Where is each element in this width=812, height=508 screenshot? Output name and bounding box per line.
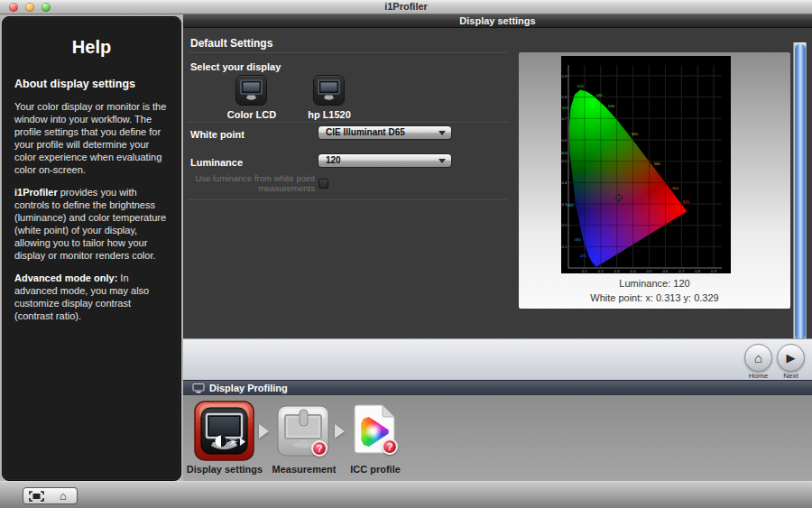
help-paragraph: i1Profiler provides you with controls to… <box>14 186 169 262</box>
display-option-label: Color LCD <box>218 109 285 120</box>
svg-text:490: 490 <box>567 203 575 208</box>
svg-text:520: 520 <box>577 84 585 88</box>
svg-text:480: 480 <box>575 237 582 242</box>
monitor-icon <box>192 383 205 393</box>
help-heading: About display settings <box>14 78 169 90</box>
chart-luminance-readout: Luminance: 120 <box>519 278 790 289</box>
next-button-label: Next <box>776 372 806 380</box>
question-badge: ? <box>382 439 398 455</box>
svg-text:600: 600 <box>672 186 679 190</box>
svg-text:540: 540 <box>608 104 615 108</box>
close-button[interactable] <box>9 3 18 12</box>
svg-text:0.4: 0.4 <box>631 269 637 273</box>
luminance-value: 120 <box>326 155 341 165</box>
next-button[interactable]: ▶ <box>777 344 805 372</box>
workflow-strip: ✳ Display settings ? Measurement <box>183 395 812 481</box>
home-button[interactable]: ⌂ <box>744 344 772 372</box>
home-icon: ⌂ <box>50 488 77 503</box>
step-label-display-settings: Display settings <box>186 464 263 475</box>
app-window: i1Profiler Help About display settings Y… <box>0 0 812 508</box>
window-title: i1Profiler <box>0 0 812 14</box>
window-bottom-bar: ⌂ <box>0 481 812 508</box>
divider <box>189 122 507 124</box>
step-icc-profile[interactable]: ? <box>351 402 400 456</box>
settings-content: Default Settings Select your display Col… <box>183 28 812 338</box>
svg-text:500: 500 <box>561 151 568 155</box>
white-point-dropdown[interactable]: CIE Illuminant D65 <box>318 125 452 140</box>
step-measurement[interactable]: ? <box>277 405 329 460</box>
use-luminance-label: Use luminance from white point measureme… <box>190 173 315 193</box>
divider <box>189 52 507 54</box>
vertical-scrollbar[interactable]: ▲ ▼ <box>793 42 807 367</box>
monitor-icon <box>314 76 344 105</box>
svg-text:560: 560 <box>632 132 639 136</box>
svg-text:0.1: 0.1 <box>562 245 568 249</box>
svg-text:0.3: 0.3 <box>614 269 621 273</box>
display-settings-icon: ✳ <box>194 401 254 461</box>
home-button-label: Home <box>743 372 773 380</box>
navigation-bar: ⌂ Home ▶ Next <box>183 338 812 380</box>
cie-diagram-plot: 0.10.20.30.40.50.60.70.80.90.10.20.30.40… <box>561 56 731 273</box>
play-icon: ▶ <box>778 345 804 371</box>
svg-text:620: 620 <box>683 199 690 204</box>
svg-text:0.1: 0.1 <box>582 269 588 273</box>
svg-text:0.4: 0.4 <box>562 180 568 185</box>
help-panel: Help About display settings Your color d… <box>2 16 181 481</box>
svg-text:0.6: 0.6 <box>562 138 568 143</box>
chevron-right-icon <box>259 424 269 439</box>
step-label-measurement: Measurement <box>272 464 337 475</box>
fit-to-screen-button[interactable] <box>23 487 51 504</box>
display-option-label: hp L1520 <box>296 109 363 120</box>
luminance-dropdown[interactable]: 120 <box>318 153 452 168</box>
step-label-icc-profile: ICC profile <box>346 464 405 475</box>
svg-text:580: 580 <box>654 162 661 166</box>
white-point-label: White point <box>190 129 245 140</box>
svg-text:0.6: 0.6 <box>662 269 669 273</box>
chevron-down-icon <box>438 159 446 163</box>
display-option-color-lcd[interactable] <box>235 75 267 106</box>
svg-text:0.8: 0.8 <box>695 269 701 273</box>
zoom-button[interactable] <box>42 3 51 12</box>
chart-white-point-readout: White point: x: 0.313 y: 0.329 <box>519 292 790 303</box>
question-badge: ? <box>311 440 328 457</box>
window-titlebar: i1Profiler <box>0 0 812 14</box>
select-display-label: Select your display <box>190 61 281 72</box>
monitor-icon <box>236 76 266 105</box>
chromaticity-diagram: 0.10.20.30.40.50.60.70.80.90.10.20.30.40… <box>561 56 731 273</box>
help-title: Help <box>14 37 169 58</box>
step-display-settings[interactable]: ✳ <box>194 401 254 465</box>
home-icon: ⌂ <box>745 345 771 371</box>
svg-text:0.9: 0.9 <box>711 269 717 273</box>
chromaticity-panel: 0.10.20.30.40.50.60.70.80.90.10.20.30.40… <box>519 52 790 309</box>
svg-text:530: 530 <box>596 93 604 97</box>
svg-text:0.9: 0.9 <box>562 74 568 79</box>
section-title: Default Settings <box>190 37 272 50</box>
fit-screen-icon <box>29 491 44 502</box>
main-panel: Display settings Default Settings Select… <box>183 14 812 481</box>
luminance-label: Luminance <box>190 157 243 168</box>
minimize-button[interactable] <box>25 3 34 12</box>
svg-text:0.2: 0.2 <box>562 223 568 227</box>
svg-text:0.5: 0.5 <box>562 159 568 163</box>
panel-header: Display settings <box>183 14 812 28</box>
white-point-value: CIE Illuminant D65 <box>326 127 405 137</box>
scrollbar-thumb[interactable] <box>795 43 806 341</box>
svg-text:0.8: 0.8 <box>562 95 568 99</box>
use-luminance-checkbox[interactable] <box>318 179 328 189</box>
help-paragraph: Advanced mode only: In advanced mode, yo… <box>14 272 169 322</box>
svg-text:510: 510 <box>562 106 569 110</box>
svg-text:0.7: 0.7 <box>678 269 685 273</box>
chevron-down-icon <box>438 131 446 135</box>
help-paragraph: Your color display or monitor is the win… <box>14 100 169 176</box>
svg-text:470: 470 <box>580 254 587 258</box>
chevron-right-icon <box>335 424 345 439</box>
svg-text:0.5: 0.5 <box>647 269 653 273</box>
svg-text:0.2: 0.2 <box>598 269 604 273</box>
svg-text:0.7: 0.7 <box>562 116 568 121</box>
workflow-bar-title: Display Profiling <box>209 383 288 393</box>
display-option-hp-l1520[interactable] <box>313 75 345 106</box>
workflow-title-bar: Display Profiling <box>183 380 812 395</box>
divider <box>189 199 507 201</box>
svg-text:✳: ✳ <box>228 436 237 448</box>
home-button-small[interactable]: ⌂ <box>50 487 78 504</box>
